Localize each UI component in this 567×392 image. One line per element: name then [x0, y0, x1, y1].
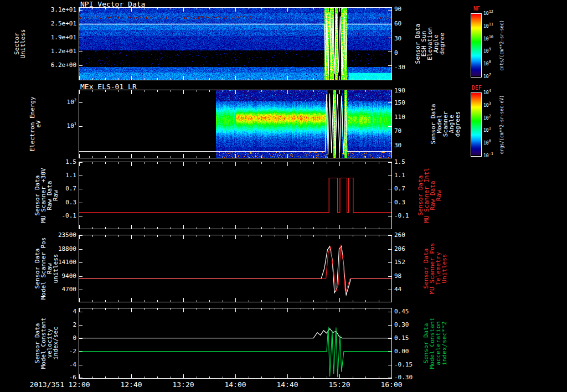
y-tick-label-right: 150 [394, 100, 427, 106]
colorbar-name-NF: NF [469, 6, 484, 12]
y-tick-label-right: -30 [394, 64, 427, 71]
colorbar-tick-label: 109 [483, 49, 491, 54]
x-tick-label: 14:40 [276, 380, 298, 389]
spectrogram-canvas-1 [79, 90, 391, 158]
x-tick-label: 15:20 [328, 380, 350, 389]
y-tick-label-left: 2.5e+01 [31, 20, 76, 27]
colorbar-NF [471, 13, 482, 78]
y-tick-label-right: 1.5 [394, 159, 427, 166]
colorbar-tick-label: 107 [483, 74, 491, 79]
colorbar-units-NF: cnts/(cm**2-sr-sec) [499, 20, 504, 71]
y-tick-label-right: 190 [394, 87, 427, 94]
colorbar-tick-label: 1012 [483, 11, 493, 16]
y-axis-label-left-1: Electron EnergyeV [29, 96, 42, 151]
y-tick-label-left: 1.5 [31, 159, 76, 166]
y-axis-label-left-2: Sensor DataMU Scanner +30VRaw DataRaw [34, 168, 59, 223]
colorbar-units-DEF: ergs/(cm**2-sr-sec-eV) [499, 95, 504, 154]
y-axis-label-right-2: Sensor DataMU Scanner IntlRaw DataRaw [417, 168, 442, 223]
colorbar-tick-label: 104 [483, 90, 491, 95]
colorbar-tick-label: 102 [483, 116, 491, 121]
x-tick-label: 12:00 [68, 380, 90, 389]
panel-plot-1 [79, 90, 392, 158]
y-tick-label-left: 1.9e+01 [31, 34, 76, 41]
x-tick-label: 14:00 [224, 380, 246, 389]
colorbar-tick-label: 108 [483, 61, 491, 66]
x-tick-label: 12:40 [120, 380, 142, 389]
y-tick-label-right: 30 [394, 142, 427, 149]
y-tick-label-left: 3.1e+01 [31, 7, 76, 13]
line-plot-canvas-4 [79, 308, 391, 378]
y-tick-label-right: 70 [394, 128, 427, 135]
panel-plot-4 [79, 308, 392, 379]
colorbar-name-DEF: DEF [469, 85, 484, 91]
y-axis-label-left-4: Sensor DataModel Constantvelocityindex/s… [34, 318, 59, 369]
panel-plot-3 [79, 235, 392, 302]
y-tick-label-right: 260 [394, 232, 427, 239]
y-axis-label-right-1: Sensor DataModelScannerAngledegrees [430, 104, 461, 145]
spectrogram-canvas-0 [79, 8, 391, 80]
plot-figure: 2013/351 NPI Vector Data3.1e+012.5e+011.… [0, 0, 567, 392]
colorbar-tick-label: 1010 [483, 37, 493, 42]
panel-plot-2 [79, 162, 392, 229]
y-axis-label-right-4: Sensor DataModel Constantaccelerationind… [423, 318, 447, 369]
x-tick-label: 13:20 [172, 380, 194, 389]
y-tick-label-left: 1.2e+01 [31, 48, 76, 55]
colorbar-tick-label: 10-1 [483, 153, 493, 158]
y-tick-label-left: 6.2e+00 [31, 62, 76, 69]
colorbar-tick-label: 1011 [483, 24, 493, 29]
x-tick-label: 16:00 [380, 380, 402, 389]
colorbar-tick-label: 100 [483, 141, 491, 146]
line-plot-canvas-2 [79, 162, 391, 229]
y-tick-label-right: 110 [394, 114, 427, 121]
y-axis-label-left-0: SectorUnitless [14, 29, 26, 59]
y-tick-label-left: 4 [31, 308, 76, 315]
y-axis-label-right-0: Sensor DataESH SunElevationAngledegree [415, 24, 445, 64]
y-axis-label-right-3: Sensor DataMU Scanner PosTelemetryUnitle… [423, 243, 447, 295]
y-tick-label-right: 90 [394, 6, 427, 13]
y-tick-label-right: 0.45 [394, 308, 427, 315]
panel-plot-0 [79, 7, 392, 80]
line-plot-canvas-3 [79, 235, 391, 302]
colorbar-tick-label: 101 [483, 128, 491, 133]
colorbar-gradient-DEF [471, 93, 481, 156]
colorbar-gradient-NF [471, 14, 481, 77]
y-axis-label-left-3: Sensor DataModel Scanner PosRawunitless [34, 238, 59, 300]
date-label: 2013/351 [16, 380, 64, 389]
colorbar-tick-label: 103 [483, 103, 491, 108]
colorbar-DEF [471, 92, 482, 157]
